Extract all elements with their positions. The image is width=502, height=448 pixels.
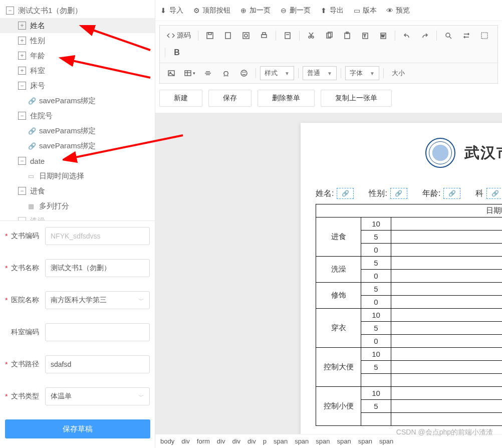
- paste-text-button[interactable]: T: [358, 29, 373, 43]
- minus-page-button[interactable]: ⊖删一页: [280, 6, 311, 15]
- doc-field: 科🔗: [475, 188, 502, 199]
- tree-item[interactable]: +姓名: [0, 18, 155, 33]
- table-button[interactable]: ▾: [182, 66, 197, 80]
- bold-button[interactable]: B: [169, 46, 184, 60]
- style-select[interactable]: 样式▼: [260, 66, 294, 80]
- table-row: 洗澡5完全独立: [316, 257, 503, 270]
- svg-rect-21: [481, 33, 487, 39]
- action-button[interactable]: 新建: [159, 90, 202, 107]
- table-icon: [184, 69, 192, 77]
- size-select[interactable]: 大小: [388, 66, 422, 80]
- tree-item[interactable]: −洗澡: [0, 213, 155, 220]
- tree-item[interactable]: −住院号: [0, 108, 155, 123]
- find-button[interactable]: [441, 29, 456, 43]
- hr-button[interactable]: [200, 66, 215, 80]
- svg-line-20: [449, 37, 451, 39]
- tree-child[interactable]: ▦多列打分: [0, 198, 155, 213]
- tree-child[interactable]: ▭日期时间选择: [0, 168, 155, 183]
- path-segment[interactable]: div: [247, 437, 256, 445]
- path-segment[interactable]: span: [274, 437, 288, 445]
- action-button[interactable]: 保存: [208, 90, 252, 107]
- svg-rect-3: [243, 33, 249, 39]
- svg-rect-6: [263, 33, 266, 35]
- path-segment[interactable]: p: [263, 437, 267, 445]
- link-icon[interactable]: 🔗: [390, 188, 407, 199]
- input-path[interactable]: sdafsd: [45, 355, 150, 373]
- version-button[interactable]: ▭版本: [353, 6, 377, 15]
- export-icon: ⬆: [320, 7, 328, 15]
- tree-root[interactable]: −测试文书1（勿删）: [0, 3, 155, 18]
- font-select[interactable]: 字体▼: [345, 66, 379, 80]
- plus-page-button[interactable]: ⊕加一页: [239, 6, 271, 15]
- path-segment[interactable]: span: [358, 437, 372, 445]
- input-name[interactable]: 测试文书1（勿删）: [45, 259, 150, 277]
- path-segment[interactable]: span: [379, 437, 393, 445]
- preview-button[interactable]: 👁预览: [386, 6, 410, 15]
- top-toolbar: ⬇导入⚙顶部按钮⊕加一页⊖删一页⬆导出▭版本👁预览: [155, 0, 502, 21]
- emoji-button[interactable]: [236, 66, 252, 80]
- gear-button[interactable]: ⚙顶部按钮: [192, 6, 230, 15]
- doc-field: 年龄:🔗: [422, 188, 460, 199]
- tree-panel: −测试文书1（勿删）+姓名+性别+年龄+科室−床号🔗saveParams绑定−住…: [0, 0, 155, 220]
- table-row: 控制大便10完全独立: [316, 348, 503, 361]
- cal-icon: ▭: [28, 172, 36, 180]
- path-segment[interactable]: body: [160, 437, 174, 445]
- select-type[interactable]: 体温单﹀: [45, 387, 150, 405]
- template-button[interactable]: [280, 29, 295, 43]
- tree-child[interactable]: 🔗saveParams绑定: [0, 138, 155, 153]
- tree-item[interactable]: −date: [0, 153, 155, 168]
- tree-item[interactable]: +科室: [0, 63, 155, 78]
- save-icon-button[interactable]: [202, 29, 217, 43]
- tree-item[interactable]: −床号: [0, 78, 155, 93]
- input-dept[interactable]: [45, 323, 150, 341]
- source-button[interactable]: 源码: [164, 29, 194, 43]
- action-button[interactable]: 删除整单: [258, 90, 315, 107]
- paste-word-button[interactable]: W: [376, 29, 391, 43]
- tree-item[interactable]: +性别: [0, 33, 155, 48]
- tree-child[interactable]: 🔗saveParams绑定: [0, 93, 155, 108]
- tree-item[interactable]: −进食: [0, 183, 155, 198]
- import-button[interactable]: ⬇导入: [159, 6, 183, 15]
- path-segment[interactable]: span: [295, 437, 309, 445]
- path-segment[interactable]: form: [197, 437, 210, 445]
- undo-button[interactable]: [399, 29, 414, 43]
- image-button[interactable]: [164, 66, 179, 80]
- print-button[interactable]: [257, 29, 272, 43]
- select-hospital[interactable]: 南方医科大学第三﹀: [45, 291, 150, 309]
- path-segment[interactable]: span: [316, 437, 330, 445]
- tree-child[interactable]: 🔗saveParams绑定: [0, 123, 155, 138]
- preview-button[interactable]: [238, 29, 254, 43]
- format-select[interactable]: 普通▼: [303, 66, 337, 80]
- svg-rect-7: [285, 33, 290, 39]
- preview-icon: [242, 32, 250, 40]
- path-segment[interactable]: span: [337, 437, 351, 445]
- paste-word-icon: W: [379, 32, 387, 40]
- link-icon[interactable]: 🔗: [486, 188, 502, 199]
- link-icon[interactable]: 🔗: [443, 188, 460, 199]
- form-label-hosp: 医院名称: [11, 296, 45, 305]
- document-page[interactable]: 武汉市汉口医院 姓名:🔗性别:🔗年龄:🔗科🔗 日期时间进食10完全独立5需部分帮…: [301, 123, 502, 441]
- select-all-button[interactable]: [477, 29, 492, 43]
- form-label-dept: 科室编码: [11, 328, 45, 337]
- save-draft-button[interactable]: 保存草稿: [5, 419, 150, 438]
- export-button[interactable]: ⬆导出: [320, 6, 344, 15]
- link-icon[interactable]: 🔗: [337, 188, 354, 199]
- copy-button[interactable]: [322, 29, 337, 43]
- paste-icon: [343, 32, 351, 40]
- print-icon: [260, 32, 268, 40]
- paste-button[interactable]: [340, 29, 355, 43]
- replace-button[interactable]: [459, 29, 474, 43]
- tree-item[interactable]: +年龄: [0, 48, 155, 63]
- grid-icon: ▦: [28, 202, 36, 210]
- path-segment[interactable]: div: [181, 437, 190, 445]
- svg-rect-2: [225, 33, 230, 39]
- action-button[interactable]: 复制上一张单: [321, 90, 392, 107]
- path-segment[interactable]: div: [217, 437, 225, 445]
- new-doc-button[interactable]: [220, 29, 235, 43]
- special-char-button[interactable]: Ω: [218, 66, 233, 80]
- paste-text-icon: T: [361, 32, 369, 40]
- cut-button[interactable]: [304, 29, 319, 43]
- input-code[interactable]: NFYK_sdfsdvss: [45, 227, 150, 245]
- redo-button[interactable]: [417, 29, 432, 43]
- path-segment[interactable]: div: [232, 437, 240, 445]
